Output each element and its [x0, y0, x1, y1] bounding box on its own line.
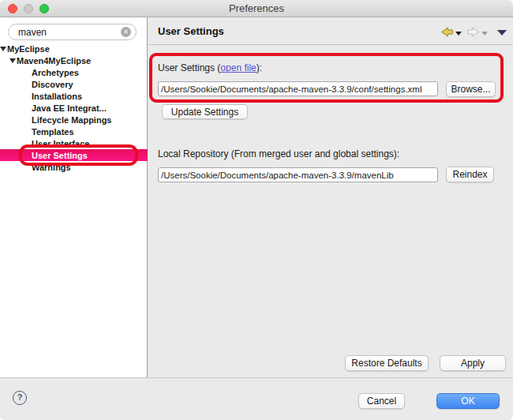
- restore-defaults-button[interactable]: Restore Defaults: [345, 355, 429, 371]
- page-title: User Settings: [158, 17, 224, 45]
- bottom-bar: ? Cancel OK: [0, 377, 513, 420]
- user-settings-label-prefix: User Settings (: [158, 62, 220, 73]
- tree-item-myeclipse[interactable]: MyEclipse: [0, 43, 148, 54]
- forward-dropdown-icon[interactable]: [481, 32, 488, 36]
- tree-item-label: Maven4MyEclipse: [17, 56, 91, 66]
- preferences-window: Preferences ✕ MyEclipse Maven4MyEclipse …: [0, 0, 513, 420]
- sidebar: ✕ MyEclipse Maven4MyEclipse Archetypes D…: [0, 17, 148, 377]
- forward-arrow-icon[interactable]: [466, 27, 480, 37]
- user-settings-path-field[interactable]: [158, 81, 438, 96]
- tree-item-templates[interactable]: Templates: [0, 126, 148, 137]
- help-icon[interactable]: ?: [13, 391, 27, 405]
- preferences-tree: MyEclipse Maven4MyEclipse Archetypes Dis…: [0, 43, 148, 173]
- update-settings-button[interactable]: Update Settings: [162, 104, 248, 119]
- browse-button[interactable]: Browse...: [446, 81, 496, 97]
- apply-button[interactable]: Apply: [440, 355, 506, 371]
- tree-item-label: Archetypes: [32, 68, 79, 77]
- window-title: Preferences: [0, 0, 513, 17]
- disclosure-triangle-icon[interactable]: [0, 47, 6, 51]
- cancel-button[interactable]: Cancel: [358, 393, 405, 409]
- view-menu-icon[interactable]: [497, 30, 507, 36]
- tree-item-label: Templates: [32, 127, 74, 137]
- tree-item-java-ee-integration[interactable]: Java EE Integrat...: [0, 102, 148, 114]
- tree-item-maven4myeclipse[interactable]: Maven4MyEclipse: [0, 54, 148, 66]
- tree-item-label: User Settings: [32, 151, 88, 160]
- tree-item-label: Installations: [32, 92, 82, 101]
- tree-item-discovery[interactable]: Discovery: [0, 78, 148, 90]
- back-arrow-icon[interactable]: [440, 27, 454, 37]
- tree-item-label: User Interface: [32, 139, 89, 148]
- back-dropdown-icon[interactable]: [455, 32, 462, 36]
- local-repository-label: Local Repository (From merged user and g…: [158, 148, 399, 159]
- clear-search-icon[interactable]: ✕: [121, 27, 131, 37]
- tree-item-warnings[interactable]: Warnings: [0, 161, 148, 173]
- page-header: User Settings: [148, 17, 513, 45]
- open-file-link[interactable]: open file: [220, 62, 256, 73]
- tree-item-label: Java EE Integrat...: [32, 103, 107, 113]
- search-input[interactable]: [18, 25, 119, 39]
- disclosure-triangle-icon[interactable]: [9, 58, 16, 63]
- ok-button[interactable]: OK: [436, 393, 500, 409]
- tree-item-user-settings[interactable]: User Settings: [0, 149, 148, 161]
- tree-item-archetypes[interactable]: Archetypes: [0, 66, 148, 78]
- filter-search-box[interactable]: ✕: [8, 24, 137, 40]
- tree-item-user-interface[interactable]: User Interface: [0, 137, 148, 149]
- tree-item-installations[interactable]: Installations: [0, 90, 148, 102]
- user-settings-label: User Settings (open file):: [158, 62, 262, 73]
- tree-item-lifecycle-mappings[interactable]: Lifecycle Mappings: [0, 114, 148, 126]
- local-repository-path-field[interactable]: [158, 167, 438, 182]
- tree-item-label: Warnings: [32, 163, 71, 172]
- tree-item-label: MyEclipse: [7, 44, 50, 54]
- main-panel: User Settings User Settings (open file):…: [148, 17, 513, 377]
- tree-item-label: Lifecycle Mappings: [32, 115, 111, 125]
- tree-item-label: Discovery: [32, 80, 73, 89]
- history-navigation: [440, 27, 507, 37]
- reindex-button[interactable]: Reindex: [446, 167, 494, 182]
- title-bar: Preferences: [0, 0, 513, 17]
- user-settings-label-suffix: ):: [256, 62, 262, 73]
